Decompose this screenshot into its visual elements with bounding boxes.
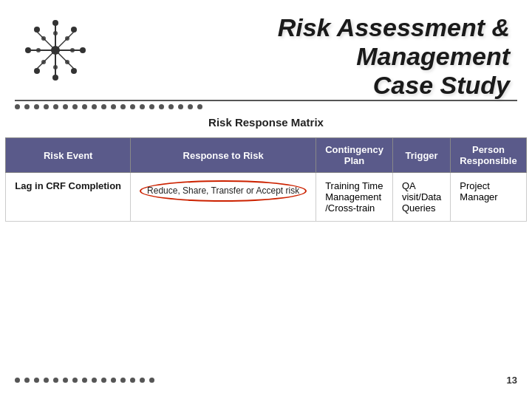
dots-row-top <box>0 101 532 112</box>
dot-16 <box>159 104 164 109</box>
footer-dot-3 <box>34 378 39 383</box>
dot-10 <box>101 104 106 109</box>
footer-dot-1 <box>15 378 20 383</box>
dot-1 <box>15 104 20 109</box>
cell-risk-event: Lag in CRF Completion <box>6 173 131 222</box>
dot-9 <box>92 104 97 109</box>
svg-point-24 <box>51 46 60 55</box>
svg-point-1 <box>71 27 77 33</box>
dot-18 <box>178 104 183 109</box>
footer-dot-4 <box>44 378 49 383</box>
dot-8 <box>82 104 87 109</box>
dot-12 <box>120 104 126 109</box>
slide: Risk Assessment & Management Case Study <box>0 0 532 399</box>
response-highlight: Reduce, Share, Transfer or Accept risk <box>140 180 307 202</box>
col-header-contingency: Contingency Plan <box>316 138 393 173</box>
logo-icon <box>22 17 89 83</box>
footer: 13 <box>15 375 517 386</box>
table-row: Lag in CRF Completion Reduce, Share, Tra… <box>6 173 526 222</box>
dot-6 <box>63 104 68 109</box>
table-header-row: Risk Event Response to Risk Contingency … <box>6 138 526 173</box>
footer-dot-13 <box>130 378 135 383</box>
content-area: Risk Response Matrix Risk Event Response… <box>0 112 532 399</box>
risk-matrix-table: Risk Event Response to Risk Contingency … <box>5 137 526 222</box>
logo-area <box>15 13 96 83</box>
cell-response: Reduce, Share, Transfer or Accept risk <box>131 173 316 222</box>
dot-3 <box>34 104 39 109</box>
footer-dot-12 <box>120 378 126 383</box>
footer-dot-9 <box>92 378 97 383</box>
section-title: Risk Response Matrix <box>208 116 324 129</box>
col-header-risk-event: Risk Event <box>6 138 131 173</box>
dot-2 <box>24 104 30 109</box>
footer-dot-8 <box>82 378 87 383</box>
cell-contingency: Training Time Management /Cross-train <box>316 173 393 222</box>
svg-point-3 <box>71 68 77 74</box>
col-header-response: Response to Risk <box>131 138 316 173</box>
footer-dot-6 <box>63 378 68 383</box>
dot-17 <box>168 104 174 109</box>
col-header-person: Person Responsible <box>451 138 526 173</box>
cell-trigger: QA visit/Data Queries <box>392 173 450 222</box>
col-header-trigger: Trigger <box>392 138 450 173</box>
header: Risk Assessment & Management Case Study <box>0 0 532 100</box>
svg-point-7 <box>34 27 40 33</box>
dot-15 <box>149 104 154 109</box>
footer-dot-5 <box>53 378 58 383</box>
dot-7 <box>72 104 78 109</box>
page-number: 13 <box>507 375 517 386</box>
footer-dot-10 <box>101 378 106 383</box>
dot-20 <box>197 104 202 109</box>
footer-dot-14 <box>140 378 145 383</box>
cell-person: Project Manager <box>451 173 526 222</box>
footer-dots-left <box>15 378 154 383</box>
dot-19 <box>188 104 193 109</box>
dot-5 <box>53 104 58 109</box>
footer-dot-15 <box>149 378 154 383</box>
footer-dot-11 <box>111 378 116 383</box>
dot-4 <box>44 104 49 109</box>
svg-point-5 <box>34 68 40 74</box>
page-title: Risk Assessment & Management Case Study <box>96 13 510 100</box>
dot-11 <box>111 104 116 109</box>
footer-dot-2 <box>24 378 30 383</box>
dot-13 <box>130 104 135 109</box>
title-area: Risk Assessment & Management Case Study <box>96 13 517 100</box>
dot-14 <box>140 104 145 109</box>
footer-dot-7 <box>72 378 78 383</box>
